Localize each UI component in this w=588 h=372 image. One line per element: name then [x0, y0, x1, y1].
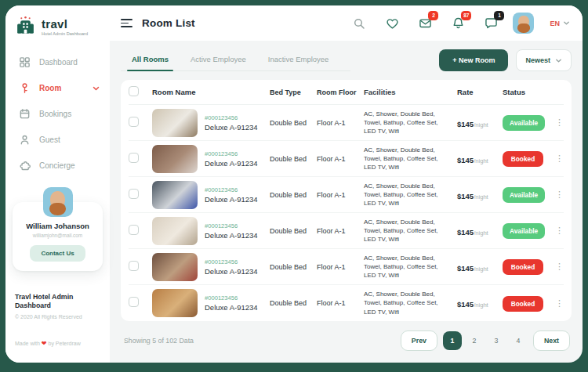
status-badge[interactable]: Booked — [503, 151, 543, 167]
brand-name: travl — [42, 17, 88, 31]
row-checkbox[interactable] — [129, 297, 139, 307]
language-code: EN — [550, 20, 560, 27]
status-badge[interactable]: Booked — [503, 296, 543, 312]
room-id: #000123456 — [205, 258, 258, 265]
row-menu-button[interactable]: ⋮ — [553, 226, 564, 235]
search-icon — [353, 17, 365, 30]
page-button[interactable]: 2 — [465, 331, 484, 350]
column-rate: Rate — [457, 88, 503, 96]
chevron-down-icon — [90, 85, 102, 92]
facilities: AC, Shower, Double Bed, Towel, Bathup, C… — [364, 218, 457, 244]
new-room-button[interactable]: + New Room — [439, 49, 508, 71]
tab-all-rooms[interactable]: All Rooms — [121, 49, 180, 70]
menu-toggle-icon[interactable] — [121, 17, 132, 30]
bed-type: Double Bed — [270, 155, 317, 163]
tab-active-employee[interactable]: Active Employee — [180, 49, 257, 70]
room-id: #000123456 — [205, 186, 258, 193]
dashboard-icon — [19, 56, 31, 68]
sidebar-item-bookings[interactable]: Bookings — [5, 101, 110, 127]
room-id: #000123456 — [205, 222, 258, 229]
page-button[interactable]: 3 — [487, 331, 506, 350]
sort-label: Newest — [525, 56, 550, 64]
sidebar-item-concierge[interactable]: Concierge — [5, 153, 110, 179]
contact-us-button[interactable]: Contact Us — [30, 245, 85, 262]
room-id: #000123456 — [205, 150, 258, 157]
language-selector[interactable]: EN — [550, 20, 570, 27]
sidebar-item-dashboard[interactable]: Dashboard — [5, 49, 110, 75]
room-name: Deluxe A-91234 — [205, 267, 258, 276]
rate-value: $145 — [457, 120, 474, 128]
table-row: #000123456 Deluxe A-91234 Double Bed Flo… — [129, 141, 564, 177]
sidebar-item-guest[interactable]: Guest — [5, 127, 110, 153]
room-name: Deluxe A-91234 — [205, 123, 258, 132]
pagination-pages: 1234 — [443, 331, 528, 350]
toolbar: All Rooms Active Employee Inactive Emplo… — [121, 49, 572, 71]
heart-icon: ❤ — [42, 340, 47, 347]
profile-avatar — [43, 187, 73, 217]
table-row: #000123456 Deluxe A-91234 Double Bed Flo… — [129, 105, 564, 141]
row-menu-button[interactable]: ⋮ — [553, 154, 564, 163]
room-floor: Floor A-1 — [317, 155, 364, 163]
footer-credit: Made with ❤ by Peterdraw — [15, 340, 100, 347]
facilities: AC, Shower, Double Bed, Towel, Bathup, C… — [364, 290, 457, 316]
tab-inactive-employee[interactable]: Inactive Employee — [257, 49, 340, 70]
key-icon — [19, 82, 31, 94]
row-checkbox[interactable] — [129, 117, 139, 127]
facilities: AC, Shower, Double Bed, Towel, Bathup, C… — [364, 182, 457, 208]
sort-dropdown[interactable]: Newest — [516, 49, 572, 71]
user-avatar[interactable] — [513, 13, 534, 34]
row-checkbox[interactable] — [129, 225, 139, 235]
topbar: Room List 2 — [110, 5, 583, 41]
row-menu-button[interactable]: ⋮ — [553, 262, 564, 271]
sidebar-nav: Dashboard Room Bookings — [5, 49, 110, 179]
room-id: #000123456 — [205, 294, 258, 302]
favorites-button[interactable] — [384, 16, 400, 31]
room-floor: Floor A-1 — [317, 299, 364, 307]
row-menu-button[interactable]: ⋮ — [553, 190, 564, 199]
bed-type: Double Bed — [270, 119, 317, 127]
footer-title: Travl Hotel Admin Dashboard — [15, 293, 100, 311]
row-checkbox[interactable] — [129, 189, 139, 199]
next-page-button[interactable]: Next — [533, 330, 570, 351]
footer-copyright: © 2020 All Rights Reserved — [15, 314, 100, 320]
footer-credit-author: by Peterdraw — [49, 341, 81, 346]
row-menu-button[interactable]: ⋮ — [553, 118, 564, 127]
brand-logo: travl Hotel Admin Dashboard — [5, 5, 110, 37]
room-name: Deluxe A-91234 — [205, 195, 258, 204]
profile-name: William Johanson — [17, 222, 98, 230]
sidebar-item-room[interactable]: Room — [5, 75, 110, 101]
main-area: Room List 2 — [110, 5, 583, 363]
status-badge[interactable]: Available — [503, 223, 545, 239]
room-thumbnail — [152, 253, 198, 281]
heart-icon — [386, 17, 399, 30]
select-all-checkbox[interactable] — [129, 86, 139, 96]
status-badge[interactable]: Booked — [503, 259, 543, 275]
chat-button[interactable]: 1 — [483, 16, 499, 31]
rate-unit: /night — [474, 229, 488, 237]
room-thumbnail — [152, 217, 198, 245]
table-body: #000123456 Deluxe A-91234 Double Bed Flo… — [129, 105, 564, 321]
prev-page-button[interactable]: Prev — [401, 330, 437, 351]
page-button[interactable]: 1 — [443, 331, 462, 350]
status-badge[interactable]: Available — [503, 187, 545, 203]
row-menu-button[interactable]: ⋮ — [553, 299, 564, 308]
status-badge[interactable]: Available — [503, 115, 545, 131]
notifications-badge: 87 — [461, 11, 471, 20]
rate-unit: /night — [474, 121, 488, 128]
room-id: #000123456 — [205, 114, 258, 121]
page-button[interactable]: 4 — [509, 331, 528, 350]
messages-button[interactable]: 2 — [417, 16, 433, 31]
sidebar: travl Hotel Admin Dashboard Dashboard Ro… — [5, 5, 110, 363]
row-checkbox[interactable] — [129, 153, 139, 163]
facilities: AC, Shower, Double Bed, Towel, Bathup, C… — [364, 110, 457, 136]
room-floor: Floor A-1 — [317, 227, 364, 235]
sidebar-item-label: Bookings — [39, 110, 71, 118]
search-button[interactable] — [351, 16, 367, 31]
row-checkbox[interactable] — [129, 261, 139, 271]
notifications-button[interactable]: 87 — [450, 16, 466, 31]
footer-credit-text: Made with — [15, 341, 40, 346]
chevron-down-icon — [555, 57, 562, 64]
profile-card: William Johanson williamjohn@mail.com Co… — [13, 202, 103, 271]
facilities: AC, Shower, Double Bed, Towel, Bathup, C… — [364, 254, 457, 280]
sidebar-item-label: Room — [39, 84, 61, 92]
